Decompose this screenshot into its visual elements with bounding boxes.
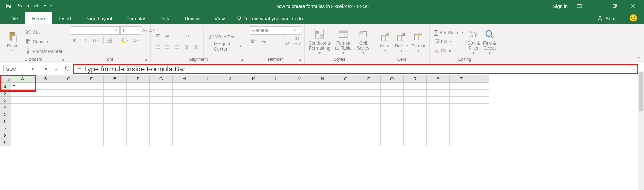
cell-K8[interactable] — [242, 132, 265, 139]
formula-bar[interactable]: = Type formula inside Formula Bar ⌄ — [73, 64, 638, 74]
cell-I4[interactable] — [196, 104, 219, 111]
cell-F5[interactable] — [127, 111, 150, 118]
cell-L5[interactable] — [265, 111, 288, 118]
cell-R5[interactable] — [404, 111, 427, 118]
undo-button[interactable] — [14, 1, 26, 11]
maximize-button[interactable] — [607, 0, 623, 12]
cell-C7[interactable] — [57, 125, 80, 132]
cell-E4[interactable] — [104, 104, 127, 111]
cell-P9[interactable] — [357, 139, 381, 146]
sort-filter-button[interactable]: AZ Sort & Filter▼ — [467, 26, 481, 57]
cell-Q6[interactable] — [381, 118, 404, 125]
format-as-table-button[interactable]: Format as Table▼ — [334, 26, 353, 57]
cell-E5[interactable] — [104, 111, 127, 118]
column-header-F[interactable]: F — [127, 75, 150, 83]
cell-I6[interactable] — [196, 118, 219, 125]
qat-customize-button[interactable]: ▾ — [47, 1, 54, 11]
column-header-B[interactable]: B — [34, 75, 57, 83]
cell-F1[interactable] — [127, 83, 150, 90]
fill-color-button[interactable]: ▼ — [121, 37, 129, 44]
font-name-dropdown[interactable]: ▼ — [71, 26, 120, 35]
cell-Q4[interactable] — [381, 104, 404, 111]
cell-J8[interactable] — [219, 132, 242, 139]
cell-I2[interactable] — [196, 90, 219, 97]
cell-T9[interactable] — [450, 139, 473, 146]
cell-A7[interactable] — [11, 125, 34, 132]
cell-K5[interactable] — [242, 111, 265, 118]
cell-U4[interactable] — [473, 104, 489, 111]
delete-cells-button[interactable]: Delete▼ — [394, 26, 409, 57]
cell-G1[interactable] — [150, 83, 173, 90]
cell-L4[interactable] — [265, 104, 288, 111]
cell-Q9[interactable] — [381, 139, 404, 146]
cell-H6[interactable] — [173, 118, 196, 125]
row-header-6[interactable]: 6 — [0, 118, 11, 125]
format-painter-button[interactable]: Format Painter — [24, 47, 64, 55]
column-header-S[interactable]: S — [427, 75, 450, 83]
cell-R3[interactable] — [404, 97, 427, 104]
cell-N9[interactable] — [311, 139, 334, 146]
cell-C8[interactable] — [57, 132, 80, 139]
cell-R6[interactable] — [404, 118, 427, 125]
column-header-D[interactable]: D — [80, 75, 104, 83]
cell-F9[interactable] — [127, 139, 150, 146]
align-left-button[interactable] — [154, 43, 162, 51]
cell-U7[interactable] — [473, 125, 489, 132]
cell-O1[interactable] — [334, 83, 357, 90]
cell-F8[interactable] — [127, 132, 150, 139]
cell-F3[interactable] — [127, 97, 150, 104]
cell-M2[interactable] — [288, 90, 311, 97]
cell-J2[interactable] — [219, 90, 242, 97]
cell-K2[interactable] — [242, 90, 265, 97]
cell-L1[interactable] — [265, 83, 288, 90]
cell-A3[interactable] — [11, 97, 34, 104]
cell-Q7[interactable] — [381, 125, 404, 132]
cell-K1[interactable] — [242, 83, 265, 90]
cell-T7[interactable] — [450, 125, 473, 132]
cell-G2[interactable] — [150, 90, 173, 97]
minimize-button[interactable] — [588, 0, 604, 12]
cell-N1[interactable] — [311, 83, 334, 90]
cell-U6[interactable] — [473, 118, 489, 125]
column-header-O[interactable]: O — [334, 75, 357, 83]
autosum-button[interactable]: ∑AutoSum▼ — [433, 29, 465, 37]
name-box-input[interactable] — [4, 66, 29, 72]
align-right-button[interactable] — [173, 43, 181, 51]
align-top-button[interactable] — [154, 32, 162, 40]
cut-button[interactable]: Cut — [24, 28, 64, 36]
cell-G7[interactable] — [150, 125, 173, 132]
cell-B5[interactable] — [34, 111, 57, 118]
row-header-8[interactable]: 8 — [0, 132, 11, 139]
undo-dropdown-icon[interactable]: ▼ — [26, 1, 31, 11]
cell-S5[interactable] — [427, 111, 450, 118]
cell-U5[interactable] — [473, 111, 489, 118]
cell-S1[interactable] — [427, 83, 450, 90]
conditional-formatting-button[interactable]: Conditional Formatting▼ — [308, 26, 332, 57]
borders-button[interactable]: ▼ — [107, 37, 114, 44]
cell-J1[interactable] — [219, 83, 242, 90]
cell-C2[interactable] — [57, 90, 80, 97]
column-header-Q[interactable]: Q — [381, 75, 404, 83]
cell-A4[interactable] — [11, 104, 34, 111]
cell-G5[interactable] — [150, 111, 173, 118]
cell-H3[interactable] — [173, 97, 196, 104]
cell-H5[interactable] — [173, 111, 196, 118]
cell-O6[interactable] — [334, 118, 357, 125]
cell-T3[interactable] — [450, 97, 473, 104]
cell-F4[interactable] — [127, 104, 150, 111]
cell-C6[interactable] — [57, 118, 80, 125]
cell-Q2[interactable] — [381, 90, 404, 97]
cancel-formula-button[interactable]: ✕ — [44, 66, 48, 73]
redo-button[interactable] — [31, 1, 42, 11]
ribbon-display-options-button[interactable] — [573, 3, 586, 9]
underline-button[interactable]: U▼ — [92, 37, 100, 44]
cell-B4[interactable] — [34, 104, 57, 111]
sign-in-button[interactable]: Sign in — [553, 4, 568, 9]
cell-G9[interactable] — [150, 139, 173, 146]
wrap-text-button[interactable]: abWrap Text — [207, 33, 243, 41]
cell-I1[interactable] — [196, 83, 219, 90]
cell-Q5[interactable] — [381, 111, 404, 118]
cell-S9[interactable] — [427, 139, 450, 146]
redo-dropdown-icon[interactable]: ▼ — [42, 1, 47, 11]
cell-A1[interactable]: = — [11, 83, 34, 90]
